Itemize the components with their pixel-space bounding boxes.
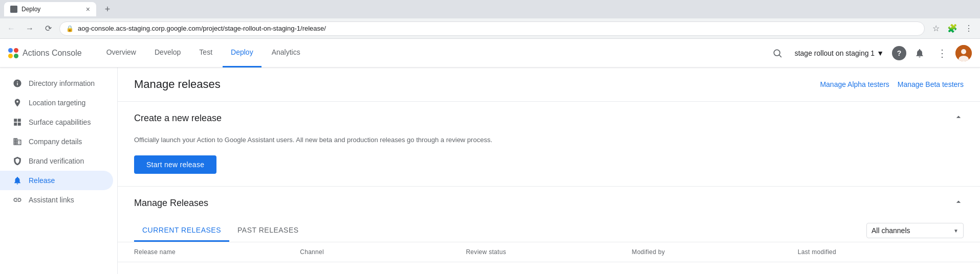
nav-overview[interactable]: Overview — [98, 39, 144, 67]
sidebar-item-company[interactable]: Company details — [0, 132, 113, 151]
main-layout: Directory information Location targeting… — [0, 67, 980, 274]
releases-section-collapse-button[interactable] — [953, 197, 964, 210]
svg-point-4 — [961, 49, 966, 54]
sidebar-item-assistant-label: Assistant links — [29, 196, 74, 204]
releases-tabs-row: CURRENT RELEASES PAST RELEASES All chann… — [118, 220, 980, 242]
company-icon — [12, 137, 23, 146]
back-button[interactable]: ← — [4, 21, 18, 36]
sidebar-item-brand[interactable]: Brand verification — [0, 151, 113, 171]
bookmark-button[interactable]: ☆ — [929, 21, 943, 36]
address-bar-row: ← → ⟳ 🔒 aog-console.acs-staging.corp.goo… — [0, 18, 980, 39]
assistant-links-icon — [12, 195, 23, 204]
start-new-release-button[interactable]: Start new release — [134, 155, 216, 174]
sidebar-item-surface[interactable]: Surface capabilities — [0, 112, 113, 132]
create-section-collapse-button[interactable] — [953, 112, 964, 125]
svg-line-2 — [779, 55, 781, 57]
nav-analytics[interactable]: Analytics — [264, 39, 309, 67]
tab-title: Deploy — [21, 6, 82, 13]
app: Actions Console Overview Develop Test De… — [0, 39, 980, 274]
header-actions: Manage Alpha testers Manage Beta testers — [820, 80, 964, 88]
browser-actions: ☆ 🧩 ⋮ — [929, 21, 976, 36]
info-icon — [12, 79, 23, 88]
nav-items: Overview Develop Test Deploy Analytics — [98, 39, 760, 67]
svg-rect-0 — [10, 6, 17, 13]
nav-deploy[interactable]: Deploy — [223, 39, 262, 67]
dot-red — [14, 48, 18, 53]
refresh-button[interactable]: ⟳ — [41, 21, 55, 36]
sidebar-item-release[interactable]: Release — [0, 171, 113, 190]
col-release-name: Release name — [134, 248, 300, 256]
page-title: Manage releases — [134, 78, 221, 91]
sidebar-item-release-label: Release — [29, 176, 55, 185]
tab-past-releases[interactable]: PAST RELEASES — [229, 220, 307, 242]
tab-favicon — [10, 6, 17, 13]
sidebar-item-company-label: Company details — [29, 138, 82, 146]
dot-blue — [8, 48, 13, 53]
tab-current-releases[interactable]: CURRENT RELEASES — [134, 220, 229, 242]
col-channel: Channel — [300, 248, 466, 256]
release-icon — [12, 176, 23, 185]
extensions-button[interactable]: 🧩 — [945, 21, 960, 36]
sidebar-item-assistant[interactable]: Assistant links — [0, 190, 113, 210]
browser-menu-button[interactable]: ⋮ — [962, 21, 976, 36]
dot-yellow — [8, 54, 13, 58]
help-button[interactable]: ? — [892, 46, 906, 60]
dot-green — [14, 54, 18, 58]
channel-select[interactable]: All channels — [866, 223, 964, 238]
logo: Actions Console — [8, 48, 82, 58]
table-header-row: Release name Channel Review status Modif… — [118, 242, 980, 262]
create-release-header: Create a new release — [118, 102, 980, 135]
col-review-status: Review status — [466, 248, 631, 256]
manage-releases-section: Manage Releases CURRENT RELEASES PAST RE… — [118, 187, 980, 262]
project-selector[interactable]: stage rollout on staging 1 ▼ — [791, 47, 888, 59]
nav-right: stage rollout on staging 1 ▼ ? ⋮ — [768, 44, 972, 62]
col-modified-by: Modified by — [632, 248, 798, 256]
sidebar-item-surface-label: Surface capabilities — [29, 118, 91, 126]
create-release-description: Officially launch your Action to Google … — [134, 135, 964, 145]
project-name: stage rollout on staging 1 — [795, 49, 875, 57]
sidebar-item-directory[interactable]: Directory information — [0, 74, 113, 93]
security-icon: 🔒 — [66, 25, 74, 32]
more-button[interactable]: ⋮ — [933, 44, 951, 62]
sidebar-item-directory-label: Directory information — [29, 79, 95, 87]
top-navigation: Actions Console Overview Develop Test De… — [0, 39, 980, 67]
google-logo — [8, 48, 18, 58]
search-button[interactable] — [768, 44, 787, 62]
manage-beta-button[interactable]: Manage Beta testers — [898, 80, 964, 88]
forward-button[interactable]: → — [23, 21, 37, 36]
browser-chrome: Deploy × + — [0, 0, 980, 18]
location-icon — [12, 98, 23, 107]
address-input[interactable]: 🔒 aog-console.acs-staging.corp.google.co… — [59, 21, 925, 36]
main-content: Manage releases Manage Alpha testers Man… — [118, 67, 980, 274]
manage-releases-header: Manage Releases — [118, 187, 980, 220]
sidebar: Directory information Location targeting… — [0, 67, 118, 274]
sidebar-item-location[interactable]: Location targeting — [0, 93, 113, 112]
nav-develop[interactable]: Develop — [146, 39, 189, 67]
create-release-body: Officially launch your Action to Google … — [118, 135, 980, 186]
notifications-button[interactable] — [910, 44, 929, 62]
url-text: aog-console.acs-staging.corp.google.com/… — [78, 25, 918, 32]
surface-icon — [12, 118, 23, 127]
browser-tab[interactable]: Deploy × — [4, 2, 96, 16]
manage-alpha-button[interactable]: Manage Alpha testers — [820, 80, 889, 88]
col-last-modified: Last modified — [798, 248, 964, 256]
user-avatar[interactable] — [955, 45, 972, 61]
manage-releases-title: Manage Releases — [134, 198, 208, 209]
new-tab-button[interactable]: + — [100, 2, 115, 16]
sidebar-item-brand-label: Brand verification — [29, 157, 84, 165]
create-release-title: Create a new release — [134, 113, 222, 124]
sidebar-item-location-label: Location targeting — [29, 99, 85, 107]
tab-list: CURRENT RELEASES PAST RELEASES — [134, 220, 307, 242]
page-header: Manage releases Manage Alpha testers Man… — [118, 67, 980, 102]
channel-filter[interactable]: All channels All channels — [866, 223, 964, 238]
logo-text: Actions Console — [23, 49, 82, 58]
nav-test[interactable]: Test — [191, 39, 221, 67]
tab-close-button[interactable]: × — [86, 5, 90, 13]
create-release-section: Create a new release Officially launch y… — [118, 102, 980, 187]
brand-icon — [12, 156, 23, 166]
project-selector-chevron: ▼ — [877, 49, 884, 57]
